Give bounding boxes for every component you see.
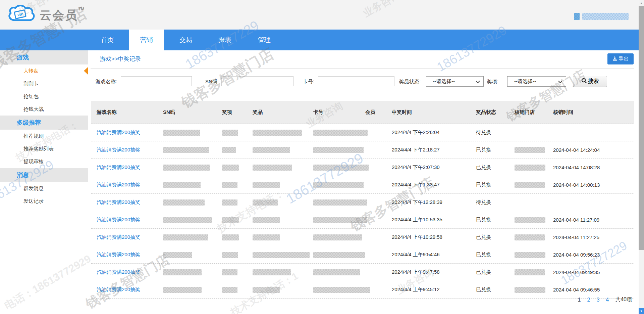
cell-prize-level-masked: [222, 147, 236, 153]
status-badge: 待兑换: [476, 199, 515, 206]
game-link[interactable]: 汽油消费满200抽奖: [97, 129, 140, 135]
game-link[interactable]: 汽油消费满200抽奖: [97, 252, 140, 257]
prize-level-select[interactable]: --请选择--: [507, 76, 566, 87]
page-4-link[interactable]: 4: [606, 297, 609, 303]
page-1-current: 1: [578, 297, 581, 303]
cell-card-masked: [313, 217, 367, 223]
cell-prize-time: 2024/4/4 上午10:53:35: [392, 217, 476, 223]
sidebar-section-消息: 消息: [0, 168, 88, 182]
cell-prize-masked: [253, 199, 278, 206]
cell-card-masked: [313, 130, 368, 136]
sidebar-item-大转盘[interactable]: 大转盘: [0, 64, 88, 77]
cell-card-masked: [313, 182, 364, 188]
cell-prize-level-masked: [222, 217, 239, 223]
cell-prize-masked: [253, 269, 291, 275]
user-area[interactable]: [574, 13, 629, 20]
column-header-奖品状态: 奖品状态: [476, 109, 515, 116]
cell-prize-masked: [253, 165, 292, 171]
table-row: 汽油消费满200抽奖2024/4/4 下午2:07:30已兑换2024-04-0…: [91, 159, 634, 176]
card-label: 卡号:: [303, 79, 314, 85]
status-badge: 已兑换: [476, 286, 515, 293]
game-link[interactable]: 汽油消费满200抽奖: [97, 286, 140, 292]
sidebar: 游戏大转盘刮刮卡抢红包抢钱大战多级推荐推荐规则推荐奖励列表提现审核消息群发消息发…: [0, 50, 88, 314]
game-link[interactable]: 汽油消费满200抽奖: [97, 164, 140, 170]
prize-status-value: --请选择--: [433, 78, 455, 85]
cell-sn-masked: [163, 199, 205, 206]
tab-营销[interactable]: 营销: [129, 30, 164, 50]
vertical-scrollbar[interactable]: ▲ ▼: [639, 0, 644, 314]
cell-prize-time: 2024/4/4 上午10:29:58: [392, 234, 476, 240]
sidebar-item-推荐规则[interactable]: 推荐规则: [0, 130, 88, 142]
column-header-中奖时间: 中奖时间: [392, 109, 476, 116]
cell-verify-time: 2024-04-04 11:27:09: [553, 217, 634, 223]
top-header: VIP 云会员 TM: [0, 0, 644, 30]
sidebar-item-刮刮卡[interactable]: 刮刮卡: [0, 77, 88, 90]
status-badge: 已兑换: [476, 164, 515, 171]
scroll-up-icon[interactable]: ▲: [639, 0, 644, 6]
cell-sn-masked: [163, 234, 208, 240]
logo-text: 云会员: [40, 7, 78, 23]
tab-报表[interactable]: 报表: [208, 30, 243, 50]
cell-sn-masked: [163, 269, 202, 275]
cell-prize-level-masked: [222, 182, 237, 188]
cell-store-masked: [515, 217, 545, 223]
total-count-label: 共40项: [615, 296, 632, 303]
sn-input[interactable]: [221, 76, 293, 86]
export-button[interactable]: 导出: [607, 53, 634, 64]
cell-sn-masked: [163, 217, 212, 223]
status-badge: 已兑换: [476, 252, 515, 258]
sidebar-item-发送记录[interactable]: 发送记录: [0, 195, 88, 208]
sidebar-section-游戏: 游戏: [0, 50, 88, 64]
cell-sn-masked: [163, 147, 209, 153]
tab-首页[interactable]: 首页: [90, 30, 125, 50]
user-icon: [574, 13, 580, 20]
page-3-link[interactable]: 3: [596, 297, 599, 303]
tab-管理[interactable]: 管理: [247, 30, 282, 50]
cell-sn-masked: [163, 252, 192, 258]
cell-verify-time: 2024-04-04 14:08:28: [553, 165, 634, 170]
cell-card-masked: [313, 147, 364, 153]
search-button[interactable]: 搜索: [573, 76, 607, 87]
card-input[interactable]: [318, 76, 394, 86]
sidebar-item-群发消息[interactable]: 群发消息: [0, 182, 88, 195]
prize-level-label: 奖项:: [487, 79, 498, 85]
cell-verify-time: 2024-04-04 11:27:25: [553, 234, 634, 240]
pagination: 1234共40项: [578, 296, 632, 303]
game-link[interactable]: 汽油消费满200抽奖: [97, 217, 140, 222]
game-link[interactable]: 汽油消费满200抽奖: [97, 147, 140, 152]
prize-status-label: 奖品状态:: [399, 79, 421, 85]
cloud-vip-logo-icon: VIP: [5, 3, 35, 26]
sidebar-item-抢钱大战[interactable]: 抢钱大战: [0, 103, 88, 116]
cell-sn-masked: [163, 287, 202, 293]
cell-sn-masked: [163, 165, 210, 171]
sidebar-item-推荐奖励列表[interactable]: 推荐奖励列表: [0, 142, 88, 155]
game-name-input[interactable]: [121, 76, 192, 86]
game-link[interactable]: 汽油消费满200抽奖: [97, 182, 140, 187]
cell-prize-time: 2024/4/4 下午2:18:27: [392, 147, 476, 153]
sn-label: SN码:: [205, 79, 219, 85]
cell-prize-masked: [253, 217, 280, 223]
cell-prize-level-masked: [222, 234, 239, 240]
scroll-down-icon[interactable]: ▼: [639, 308, 644, 314]
sidebar-item-提现审核[interactable]: 提现审核: [0, 155, 88, 168]
prize-record-table: 游戏名称SN码奖项奖品卡号会员中奖时间奖品状态核销门店核销时间 汽油消费满200…: [91, 101, 634, 299]
prize-status-select[interactable]: --请选择--: [426, 76, 484, 87]
scrollbar-thumb[interactable]: [639, 6, 644, 250]
page-2-link[interactable]: 2: [587, 297, 590, 303]
cell-verify-time: 2024-04-04 14:00:13: [553, 182, 634, 188]
game-link[interactable]: 汽油消费满200抽奖: [97, 234, 140, 240]
cell-prize-time: 2024/4/4 下午2:07:30: [392, 164, 476, 171]
cell-prize-level-masked: [222, 252, 238, 258]
cell-prize-masked: [253, 252, 310, 258]
cell-prize-masked: [253, 130, 302, 136]
game-link[interactable]: 汽油消费满200抽奖: [97, 199, 140, 205]
game-link[interactable]: 汽油消费满200抽奖: [97, 269, 140, 275]
cell-prize-level-masked: [222, 130, 238, 136]
cell-store-masked: [515, 269, 545, 275]
cell-prize-time: 2024/4/4 上午9:54:46: [392, 252, 476, 258]
status-badge: 已兑换: [476, 217, 515, 223]
table-row: 汽油消费满200抽奖2024/4/4 上午9:54:46已兑换2024-04-0…: [91, 246, 634, 264]
status-badge: 已兑换: [476, 147, 515, 153]
tab-交易[interactable]: 交易: [168, 30, 203, 50]
sidebar-item-抢红包[interactable]: 抢红包: [0, 90, 88, 103]
